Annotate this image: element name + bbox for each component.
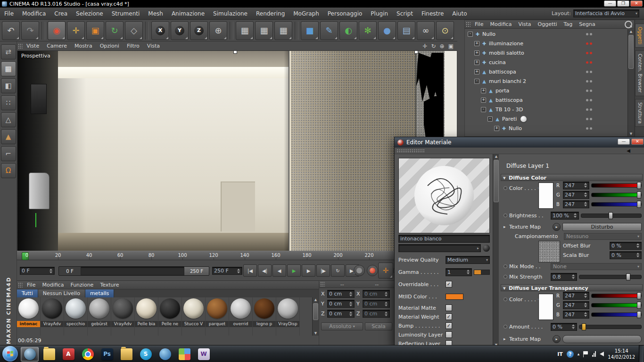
visibility-dots[interactable] <box>586 99 592 101</box>
menu-plugin[interactable]: Plugin <box>366 8 392 19</box>
network-icon[interactable] <box>592 351 596 357</box>
menu-funzione[interactable]: Funzione <box>67 282 97 288</box>
add-light-button[interactable]: ⊙ <box>436 21 454 40</box>
editor-visibility-dot[interactable] <box>586 118 588 120</box>
tree-item-nullo[interactable]: +✚Nullo <box>465 123 628 133</box>
menu-tag[interactable]: Tag <box>561 21 576 27</box>
taskbar-folder[interactable] <box>117 347 135 362</box>
taskbar-chrome[interactable] <box>79 347 97 362</box>
menu-camere[interactable]: Camere <box>43 43 71 49</box>
animation-dot[interactable] <box>504 297 507 301</box>
render-visibility-dot[interactable] <box>590 33 592 35</box>
taskbar-writer[interactable]: W <box>195 347 213 362</box>
taskbar-app-colors[interactable] <box>175 347 193 362</box>
add-cube-button[interactable]: ■ <box>301 21 319 40</box>
tree-item-nullo[interactable]: -✚Nullo <box>465 29 628 39</box>
render-visibility-dot[interactable] <box>590 80 592 82</box>
editor-visibility-dot[interactable] <box>586 33 588 35</box>
texture-arrow-button[interactable]: ▸ <box>553 335 561 343</box>
menu-script[interactable]: Script <box>392 8 417 19</box>
camera-label[interactable]: Prospettiva <box>21 53 50 59</box>
coordinate-system-button[interactable]: ⊕ <box>209 21 227 40</box>
menu-mograph[interactable]: MoGraph <box>289 8 323 19</box>
menu-simulazione[interactable]: Simulazione <box>209 8 252 19</box>
previous-key-button[interactable]: ◀| <box>258 264 272 277</box>
render-visibility-dot[interactable] <box>590 108 592 111</box>
transparency-blue-slider[interactable] <box>591 313 642 317</box>
viewport-toggle-icon[interactable]: ▣ <box>448 43 454 49</box>
points-mode-button[interactable]: ∷ <box>1 95 16 110</box>
shader-select[interactable]: ▸ <box>398 244 481 252</box>
object-manager-scrollbar[interactable]: ▲ ▼ <box>627 29 634 136</box>
tree-item-pareti[interactable]: -▲Pareti <box>465 114 628 123</box>
collapse-icon[interactable]: - <box>481 107 486 112</box>
material-matte-checkbox[interactable] <box>446 304 452 311</box>
mix-strength-slider[interactable] <box>579 275 642 279</box>
luminosity-layer-checkbox[interactable] <box>446 331 452 338</box>
render-visibility-dot[interactable] <box>590 118 592 120</box>
texture-mode-button[interactable]: ◧ <box>1 78 16 93</box>
editor-visibility-dot[interactable] <box>586 99 588 101</box>
add-mograph-button[interactable]: ✻ <box>359 21 377 40</box>
amount-input[interactable]: 0 % <box>551 323 577 331</box>
scroll-up-icon[interactable]: ▲ <box>628 30 634 33</box>
texture-tag-icon[interactable] <box>520 116 527 122</box>
help-icon[interactable]: ? <box>567 351 574 358</box>
model-mode-button[interactable]: ▦ <box>1 61 16 76</box>
polygons-mode-button[interactable]: ▲ <box>1 129 16 144</box>
material-weight-checkbox[interactable] <box>446 313 452 320</box>
coordinate-mode-select[interactable]: Assoluto ▾ <box>321 322 363 330</box>
editor-visibility-dot[interactable] <box>586 42 588 45</box>
material-editor-titlebar[interactable]: Editor Materiale — ✕ <box>395 137 644 148</box>
minimize-button[interactable]: — <box>618 139 630 145</box>
material-preview[interactable] <box>398 158 490 233</box>
preview-quality-select[interactable]: Medium▾ <box>446 256 490 264</box>
brightness-input[interactable]: 100 % <box>551 212 579 220</box>
material-name-input[interactable]: intonaco bianco <box>398 235 490 243</box>
clock[interactable]: 15:14 14/02/2012 <box>608 348 635 360</box>
expand-icon[interactable]: + <box>481 98 486 103</box>
shader-ball-icon[interactable] <box>483 245 490 252</box>
visibility-dots[interactable] <box>586 33 592 35</box>
menu-opzioni[interactable]: Opzioni <box>96 43 123 49</box>
lock-z-axis-button[interactable]: Z <box>190 21 208 40</box>
taskbar-cinema4d[interactable] <box>21 347 39 362</box>
mtlid-color-swatch[interactable] <box>446 294 463 300</box>
bump-checkbox[interactable] <box>446 322 452 329</box>
expand-icon[interactable]: + <box>474 69 479 74</box>
editor-visibility-dot[interactable] <box>586 80 588 82</box>
menu-animazione[interactable]: Animazione <box>167 8 209 19</box>
transparency-green-slider[interactable] <box>591 303 642 307</box>
panel-grip[interactable] <box>466 22 471 27</box>
tray-expand-icon[interactable]: ▴ <box>578 352 580 356</box>
close-button[interactable]: ✕ <box>631 139 644 145</box>
visibility-dots[interactable] <box>586 61 592 64</box>
scale-tool-button[interactable]: ▣ <box>86 21 104 40</box>
spinner-arrows[interactable] <box>636 243 640 248</box>
tree-item-illuminazione[interactable]: +✚illuminazione <box>465 39 628 48</box>
menu-file[interactable]: File <box>0 8 18 19</box>
collapse-icon[interactable]: - <box>468 32 473 37</box>
transparency-green-input[interactable]: 247 <box>563 301 589 309</box>
lock-y-axis-button[interactable]: Y <box>171 21 189 40</box>
overridable-checkbox[interactable] <box>446 281 452 288</box>
play-button[interactable]: ▶ <box>287 264 301 277</box>
editor-visibility-dot[interactable] <box>586 61 588 64</box>
tab-nessun-livello[interactable]: Nessun Livello <box>38 289 85 297</box>
panel-grip[interactable] <box>18 282 23 288</box>
spinner-arrows[interactable] <box>571 324 575 329</box>
spinner-arrows[interactable] <box>584 293 587 298</box>
position-z-input[interactable]: 0 cm <box>327 310 355 318</box>
editor-visibility-dot[interactable] <box>586 90 588 92</box>
render-visibility-dot[interactable] <box>590 61 592 64</box>
spinner-arrows[interactable] <box>584 202 587 206</box>
gamma-slider[interactable] <box>474 270 490 275</box>
offset-blur-input[interactable]: 0 % <box>610 242 642 250</box>
diffuse-color-section[interactable]: Diffuse Color <box>501 174 643 181</box>
brightness-slider[interactable] <box>581 214 642 218</box>
menu-vista[interactable]: Vista <box>143 43 164 49</box>
add-deformer-button[interactable]: ● <box>378 21 396 40</box>
menu-mostra[interactable]: Mostra <box>71 43 96 49</box>
spinner-arrows[interactable] <box>584 312 587 317</box>
expand-icon[interactable]: ▸ <box>504 337 507 341</box>
